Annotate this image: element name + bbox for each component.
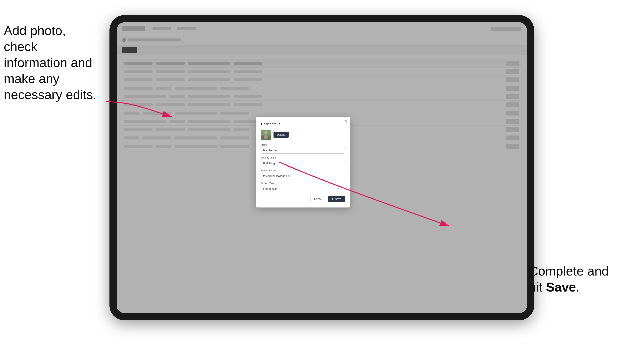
school-year-select-wrapper: First Year Second Year Third Year Fourth… <box>261 186 345 192</box>
school-year-select[interactable]: First Year Second Year Third Year Fourth… <box>261 186 345 192</box>
annotation-right-bold: Save <box>546 280 576 294</box>
save-label: Save <box>335 197 341 200</box>
email-input[interactable] <box>261 173 345 179</box>
save-button[interactable]: ⬆ Save <box>328 196 345 202</box>
modal-overlay: User details × <box>117 22 527 313</box>
annotation-right-line2: hit <box>529 280 546 294</box>
user-photo-thumbnail <box>261 130 271 140</box>
email-label: Email address <box>261 169 345 172</box>
display-name-field-group: Display name <box>261 156 345 167</box>
name-input[interactable] <box>261 147 345 154</box>
modal-close-button[interactable]: × <box>345 120 347 123</box>
annotation-left-text: Add photo, check information and make an… <box>4 23 102 103</box>
upload-photo-button[interactable]: Upload <box>274 132 288 138</box>
display-name-label: Display name <box>261 156 345 159</box>
user-details-modal: User details × <box>256 117 350 207</box>
select-clear-button[interactable]: × <box>338 187 339 190</box>
school-year-field-group: School Year First Year Second Year Third… <box>261 182 345 192</box>
modal-footer: Cancel ⬆ Save <box>261 196 345 202</box>
annotation-right-text: Complete and hit Save. <box>529 263 623 295</box>
modal-title: User details <box>261 122 345 126</box>
annotation-right-line1: Complete and <box>529 264 609 278</box>
school-year-label: School Year <box>261 182 345 185</box>
app-background: User details × <box>117 22 527 313</box>
tablet-screen: User details × <box>117 22 527 313</box>
annotation-right-end: . <box>576 280 580 294</box>
cancel-button[interactable]: Cancel <box>310 196 326 202</box>
email-field-group: Email address <box>261 169 345 179</box>
svg-point-2 <box>264 131 268 134</box>
name-label: Name <box>261 143 345 146</box>
select-arrows-button[interactable]: ⌃⌄ <box>340 188 344 190</box>
save-icon: ⬆ <box>332 197 334 200</box>
name-field-group: Name <box>261 143 345 154</box>
photo-section: Upload <box>261 130 345 140</box>
tablet-frame: User details × <box>110 15 534 320</box>
display-name-input[interactable] <box>261 160 345 167</box>
select-controls: × ⌃⌄ <box>338 187 344 190</box>
svg-point-3 <box>264 135 268 139</box>
